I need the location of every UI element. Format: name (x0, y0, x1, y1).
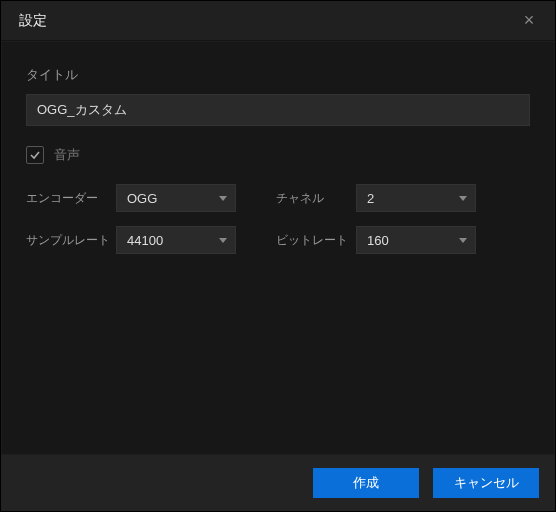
audio-checkbox[interactable] (26, 146, 44, 164)
dialog-title: 設定 (19, 12, 47, 30)
titlebar: 設定 × (1, 1, 555, 41)
chevron-down-icon (459, 196, 467, 201)
title-label: タイトル (26, 66, 530, 84)
encoder-select[interactable]: OGG (116, 184, 236, 212)
channel-value: 2 (367, 191, 374, 206)
encoder-label: エンコーダー (26, 190, 116, 207)
bitrate-select[interactable]: 160 (356, 226, 476, 254)
audio-checkbox-row: 音声 (26, 146, 530, 164)
dialog-footer: 作成 キャンセル (1, 455, 555, 511)
title-input[interactable] (26, 94, 530, 126)
check-icon (29, 149, 41, 161)
settings-dialog: 設定 × タイトル 音声 エンコーダー OGG チャネル 2 (0, 0, 556, 512)
channel-select[interactable]: 2 (356, 184, 476, 212)
samplerate-select[interactable]: 44100 (116, 226, 236, 254)
samplerate-value: 44100 (127, 233, 163, 248)
chevron-down-icon (219, 196, 227, 201)
dialog-content: タイトル 音声 エンコーダー OGG チャネル 2 サンプルレート (2, 42, 554, 454)
close-icon: × (524, 10, 535, 31)
close-button[interactable]: × (517, 9, 541, 33)
audio-settings-grid: エンコーダー OGG チャネル 2 サンプルレート 44100 ビットレート 1… (26, 184, 530, 254)
audio-checkbox-label: 音声 (54, 146, 80, 164)
bitrate-label: ビットレート (276, 232, 356, 249)
create-button[interactable]: 作成 (313, 468, 419, 498)
cancel-button[interactable]: キャンセル (433, 468, 539, 498)
channel-label: チャネル (276, 190, 356, 207)
samplerate-label: サンプルレート (26, 232, 116, 249)
encoder-value: OGG (127, 191, 157, 206)
chevron-down-icon (459, 238, 467, 243)
bitrate-value: 160 (367, 233, 389, 248)
chevron-down-icon (219, 238, 227, 243)
